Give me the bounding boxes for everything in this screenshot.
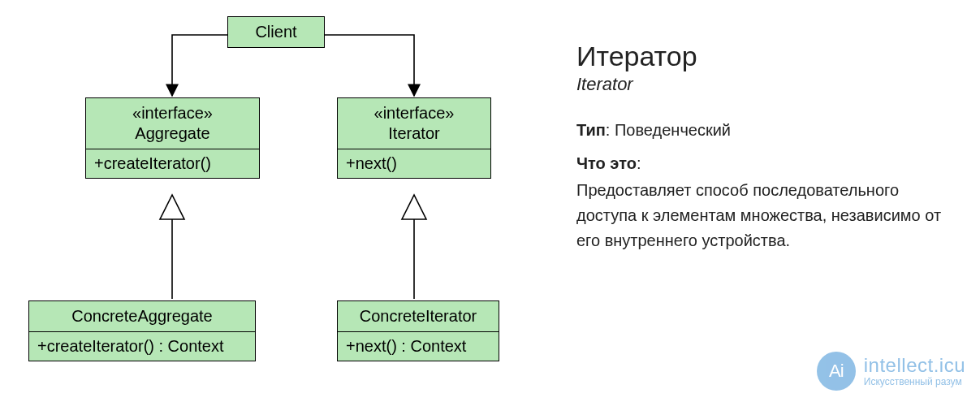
edge-client-aggregate bbox=[172, 35, 227, 96]
watermark-main: intellect.icu bbox=[864, 356, 965, 375]
pattern-title: Итератор bbox=[576, 41, 958, 72]
class-concrete-iterator: ConcreteIterator +next() : Context bbox=[337, 300, 499, 361]
what-colon: : bbox=[637, 154, 641, 172]
what-line: Что это: bbox=[576, 151, 958, 176]
interface-aggregate-title: «interface» Aggregate bbox=[86, 98, 259, 149]
stereotype-label: «interface» bbox=[374, 104, 455, 122]
edge-client-iterator bbox=[325, 35, 414, 96]
type-value: : Поведенческий bbox=[606, 121, 731, 139]
description-panel: Итератор Iterator Тип: Поведенческий Что… bbox=[576, 41, 958, 262]
watermark-text: intellect.icu Искусственный разум bbox=[864, 356, 965, 387]
class-client: Client bbox=[227, 16, 325, 48]
pattern-subtitle: Iterator bbox=[576, 74, 958, 95]
class-name: Aggregate bbox=[135, 124, 209, 142]
concrete-aggregate-method: +createIterator() : Context bbox=[29, 331, 255, 361]
interface-aggregate: «interface» Aggregate +createIterator() bbox=[85, 97, 260, 179]
uml-diagram: Client «interface» Aggregate +createIter… bbox=[0, 0, 568, 415]
what-label: Что это bbox=[576, 154, 637, 172]
type-line: Тип: Поведенческий bbox=[576, 118, 958, 143]
stereotype-label: «interface» bbox=[132, 104, 213, 122]
class-concrete-aggregate: ConcreteAggregate +createIterator() : Co… bbox=[28, 300, 256, 361]
watermark-sub: Искусственный разум bbox=[864, 377, 965, 387]
concrete-iterator-name: ConcreteIterator bbox=[338, 301, 499, 331]
interface-aggregate-method: +createIterator() bbox=[86, 149, 259, 178]
class-name: Iterator bbox=[388, 124, 439, 142]
type-label: Тип bbox=[576, 121, 606, 139]
interface-iterator-method: +next() bbox=[338, 149, 490, 178]
interface-iterator: «interface» Iterator +next() bbox=[337, 97, 491, 179]
generalization-triangle-iterator bbox=[402, 195, 426, 219]
concrete-iterator-method: +next() : Context bbox=[338, 331, 499, 361]
watermark-badge-icon: Ai bbox=[817, 352, 856, 391]
watermark: Ai intellect.icu Искусственный разум bbox=[817, 352, 965, 391]
generalization-triangle-aggregate bbox=[160, 195, 184, 219]
description-text: Предоставляет способ последова­тельного … bbox=[576, 178, 958, 253]
interface-iterator-title: «interface» Iterator bbox=[338, 98, 490, 149]
class-client-title: Client bbox=[228, 17, 324, 47]
concrete-aggregate-name: ConcreteAggregate bbox=[29, 301, 255, 331]
